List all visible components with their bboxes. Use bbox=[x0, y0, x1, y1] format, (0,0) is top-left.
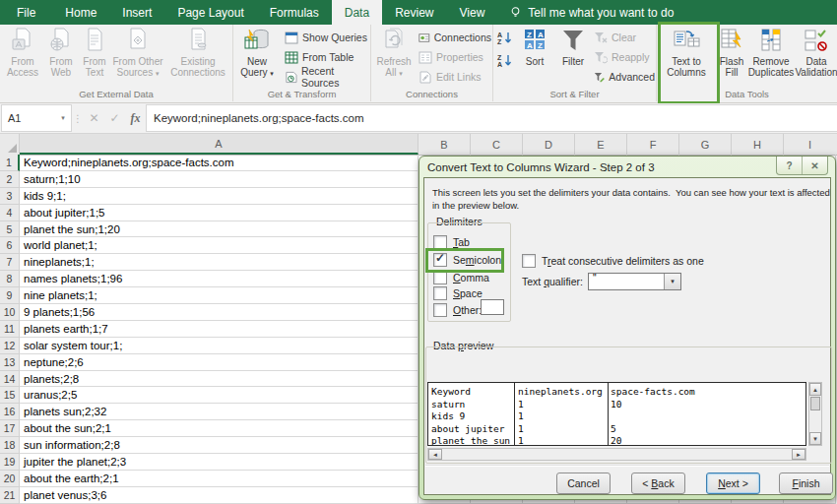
connections-button[interactable]: Connections bbox=[418, 29, 491, 46]
next-button[interactable]: Next > bbox=[706, 472, 760, 494]
insert-function-icon[interactable]: fx bbox=[125, 103, 146, 133]
tab-data[interactable]: Data bbox=[332, 0, 382, 25]
existing-connections-button[interactable]: Existing Connections bbox=[167, 28, 228, 78]
text-qualifier-label: Text qualifier: bbox=[522, 276, 583, 287]
flash-fill-icon bbox=[720, 28, 743, 53]
tab-checkbox[interactable] bbox=[433, 235, 447, 249]
advanced-filter-button[interactable]: Advanced bbox=[594, 68, 655, 86]
tab-home[interactable]: Home bbox=[52, 0, 109, 25]
column-header-g[interactable]: G bbox=[679, 134, 732, 155]
column-header-i[interactable]: I bbox=[784, 134, 836, 155]
filter-button[interactable]: Filter bbox=[554, 28, 592, 67]
column-header-h[interactable]: H bbox=[732, 134, 784, 155]
vertical-scroll-thumb[interactable] bbox=[810, 397, 820, 410]
column-header-a[interactable]: A bbox=[20, 134, 418, 155]
preview-row: about jupiter15 bbox=[428, 423, 805, 436]
remove-duplicates-icon bbox=[758, 28, 784, 53]
finish-button[interactable]: Finish bbox=[779, 472, 833, 494]
dialog-description: This screen lets you set the delimiters … bbox=[432, 186, 830, 212]
refresh-all-button[interactable]: Refresh All ▾ bbox=[373, 28, 415, 79]
other-delimiter-input[interactable] bbox=[481, 299, 504, 315]
scroll-right-icon[interactable]: ► bbox=[792, 449, 805, 460]
scroll-left-icon[interactable]: ◄ bbox=[428, 449, 442, 460]
column-header-c[interactable]: C bbox=[471, 134, 523, 155]
show-queries-icon bbox=[285, 32, 298, 44]
new-query-button[interactable]: New Query ▾ bbox=[235, 28, 279, 79]
cell-a1[interactable]: Keyword;nineplanets.org;space-facts.com bbox=[20, 155, 418, 171]
text-to-columns-highlight bbox=[658, 22, 720, 104]
column-break-line[interactable] bbox=[608, 383, 609, 445]
text-to-columns-wizard-dialog: Convert Text to Columns Wizard - Step 2 … bbox=[418, 156, 836, 500]
from-web-icon bbox=[49, 28, 73, 53]
svg-text:A: A bbox=[497, 32, 502, 38]
preview-vertical-scrollbar[interactable]: ▲ ▼ bbox=[808, 382, 822, 446]
column-header-d[interactable]: D bbox=[523, 134, 575, 155]
edit-links-icon bbox=[418, 71, 432, 84]
dialog-titlebar-controls: ? ✕ bbox=[776, 157, 828, 175]
name-box-dropdown-icon[interactable]: ▾ bbox=[55, 114, 71, 122]
column-header-f[interactable]: F bbox=[627, 134, 679, 155]
edit-links-button[interactable]: Edit Links bbox=[418, 68, 491, 86]
svg-text:Z: Z bbox=[538, 41, 543, 50]
group-label-sort-filter: Sort & Filter bbox=[493, 89, 656, 99]
flash-fill-button[interactable]: Flash Fill bbox=[718, 28, 745, 78]
from-table-icon bbox=[285, 51, 298, 64]
select-all-corner[interactable] bbox=[0, 134, 20, 155]
remove-duplicates-button[interactable]: Remove Duplicates bbox=[745, 28, 797, 78]
preview-row: kids 91 bbox=[428, 410, 805, 423]
recent-sources-button[interactable]: Recent Sources bbox=[285, 68, 369, 86]
sort-descending-icon[interactable]: ZA bbox=[496, 53, 513, 68]
excel-window: File Home Insert Page Layout Formulas Da… bbox=[0, 0, 837, 504]
text-qualifier-combobox[interactable]: " ▾ bbox=[588, 273, 681, 290]
tab-view[interactable]: View bbox=[447, 0, 498, 25]
formula-input[interactable] bbox=[146, 104, 837, 132]
from-other-sources-button[interactable]: From Other Sources ▾ bbox=[112, 28, 163, 79]
group-label-get-transform: Get & Transform bbox=[233, 89, 370, 99]
back-button[interactable]: < Back bbox=[631, 472, 685, 494]
sort-ascending-icon[interactable]: AZ bbox=[496, 31, 513, 45]
from-table-button[interactable]: From Table bbox=[285, 48, 369, 66]
from-other-sources-icon bbox=[126, 28, 150, 53]
show-queries-button[interactable]: Show Queries bbox=[285, 29, 369, 46]
combobox-dropdown-icon[interactable]: ▾ bbox=[664, 274, 680, 289]
space-checkbox[interactable] bbox=[433, 286, 447, 300]
name-box[interactable]: A1 ▾ bbox=[1, 104, 72, 132]
help-button[interactable]: ? bbox=[777, 157, 802, 174]
group-get-external-data: From Access From Web From Text From Othe… bbox=[0, 25, 233, 101]
column-header-e[interactable]: E bbox=[575, 134, 627, 155]
svg-text:A: A bbox=[538, 31, 544, 39]
data-validation-button[interactable]: Data Validation bbox=[797, 28, 836, 78]
clear-filter-button[interactable]: Clear bbox=[594, 29, 655, 46]
scroll-down-icon[interactable]: ▼ bbox=[809, 432, 821, 445]
tab-review[interactable]: Review bbox=[382, 0, 446, 25]
tab-file[interactable]: File bbox=[0, 0, 52, 25]
sort-button[interactable]: ZAAZ Sort bbox=[518, 28, 551, 67]
name-box-value: A1 bbox=[2, 112, 55, 124]
tab-insert[interactable]: Insert bbox=[109, 0, 164, 25]
from-access-button[interactable]: From Access bbox=[2, 28, 43, 78]
preview-horizontal-scrollbar[interactable]: ◄ ► bbox=[427, 448, 806, 461]
formula-bar: A1 ▾ ⋮ ✕ ✓ fx bbox=[0, 103, 837, 134]
lightbulb-icon bbox=[509, 6, 522, 19]
scroll-up-icon[interactable]: ▲ bbox=[809, 383, 821, 396]
treat-consecutive-checkbox[interactable] bbox=[522, 254, 536, 268]
column-break-line[interactable] bbox=[514, 383, 515, 445]
properties-button[interactable]: Properties bbox=[418, 48, 491, 66]
tab-formulas[interactable]: Formulas bbox=[257, 0, 332, 25]
cancel-button[interactable]: Cancel bbox=[556, 472, 611, 494]
delimiter-other: Other: bbox=[433, 302, 482, 317]
tab-page-layout[interactable]: Page Layout bbox=[164, 0, 256, 25]
connections-icon bbox=[418, 32, 430, 44]
group-connections: Refresh All ▾ Connections Properties Edi… bbox=[371, 25, 493, 101]
clear-filter-icon bbox=[594, 32, 608, 44]
ribbon: From Access From Web From Text From Othe… bbox=[0, 25, 837, 103]
reapply-filter-button[interactable]: Reapply bbox=[594, 48, 655, 66]
from-text-button[interactable]: From Text bbox=[79, 28, 110, 78]
from-web-button[interactable]: From Web bbox=[45, 28, 77, 78]
data-preview-table: Keywordnineplanets.orgspace-facts.com sa… bbox=[427, 382, 806, 446]
enter-entry-icon[interactable]: ✓ bbox=[104, 103, 125, 133]
cancel-entry-icon[interactable]: ✕ bbox=[84, 103, 104, 133]
column-header-b[interactable]: B bbox=[418, 134, 471, 155]
close-button[interactable]: ✕ bbox=[802, 157, 827, 174]
other-checkbox[interactable] bbox=[433, 303, 447, 317]
